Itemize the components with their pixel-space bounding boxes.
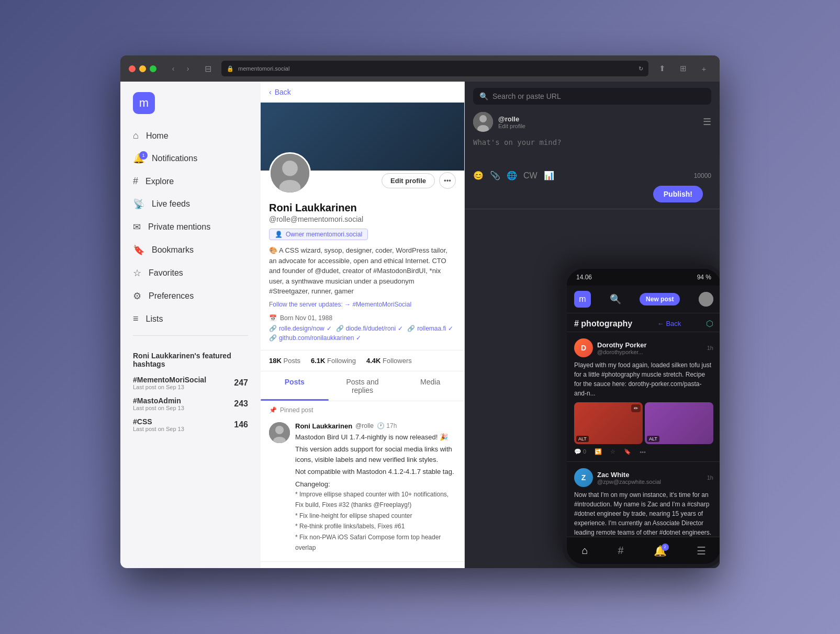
profile-link-2[interactable]: 🔗 diode.fi/dudet/roni ✓ — [336, 325, 403, 332]
more-action[interactable]: ••• — [640, 448, 646, 455]
mobile-nav-notifications[interactable]: 🔔 2 — [654, 545, 667, 557]
search-placeholder: Search or paste URL — [492, 92, 561, 100]
profile-link-1[interactable]: 🔗 rolle.design/now ✓ — [269, 325, 332, 332]
back-arrow-button[interactable]: ‹ — [167, 62, 180, 75]
post-body-2: Not compatible with Mastodon 4.1.2-4.1.7… — [295, 467, 456, 477]
pinned-label: 📌 Pinned post — [269, 406, 456, 414]
mobile-overlay: 14.06 94 % m 🔍 New post — [563, 265, 720, 568]
right-panel: 🔍 Search or paste URL @rolle — [465, 82, 720, 568]
mobile-bottom-nav: ⌂ # 🔔 2 ☰ — [567, 537, 720, 564]
preferences-icon: ⚙ — [133, 290, 141, 302]
sidebar-item-bookmarks-label: Bookmarks — [152, 245, 194, 255]
new-tab-button[interactable]: + — [697, 61, 711, 76]
hashtag-name-2: #MastoAdmin — [133, 397, 184, 405]
sidebar-item-private-mentions-label: Private mentions — [148, 222, 210, 232]
sidebar-item-notifications-label: Notifications — [152, 154, 197, 163]
sidebar-item-favorites-label: Favorites — [149, 268, 183, 278]
sidebar-item-home[interactable]: ⌂ Home — [120, 124, 261, 147]
mobile-nav-home[interactable]: ⌂ — [581, 545, 588, 557]
sidebar-item-private-mentions[interactable]: ✉ Private mentions — [120, 216, 261, 239]
sidebar-item-lists-label: Lists — [146, 314, 163, 324]
mobile-avatar-img-1: D — [574, 338, 593, 357]
post-time: 🕐 17h — [377, 422, 397, 429]
url-bar[interactable]: 🔒 mementomori.social ↻ — [221, 61, 648, 76]
hashtag-item[interactable]: #CSS Last post on Sep 13 146 — [133, 417, 248, 432]
sidebar-item-live-feeds[interactable]: 📡 Live feeds — [120, 193, 261, 216]
compose-user-info: @rolle Edit profile — [498, 115, 698, 129]
char-count: 10000 — [694, 172, 711, 179]
boost-action[interactable]: 🔁 — [595, 448, 602, 455]
photo-edit-icon[interactable]: ✏ — [631, 404, 641, 412]
profile-actions: Edit profile ••• — [382, 172, 456, 189]
bookmark-action[interactable]: 🔖 — [624, 448, 631, 455]
attach-tool[interactable]: 📎 — [490, 171, 500, 180]
tab-media[interactable]: Media — [396, 371, 464, 401]
post-author-handle: @rolle — [355, 422, 374, 429]
changelog-item-2: * Fix line-height for ellipse shaped cou… — [295, 511, 456, 521]
sidebar-item-lists[interactable]: ≡ Lists — [120, 308, 261, 330]
tab-posts[interactable]: Posts — [261, 371, 329, 401]
hashtag-item[interactable]: #MastoAdmin Last post on Sep 13 243 — [133, 397, 248, 411]
browser-titlebar: ‹ › ⊟ 🔒 mementomori.social ↻ ⬆ ⊞ + — [120, 55, 720, 82]
reload-icon[interactable]: ↻ — [639, 65, 643, 72]
reply-action[interactable]: 💬 0 — [574, 448, 586, 455]
globe-tool[interactable]: 🌐 — [507, 171, 517, 180]
favorite-action[interactable]: ☆ — [610, 448, 615, 455]
mobile-back-button[interactable]: ← Back — [657, 320, 681, 327]
badge-text: Owner mementomori.social — [286, 231, 362, 238]
profile-link-4[interactable]: 🔗 github.com/ronilaukkarinen ✓ — [269, 334, 361, 342]
explore-icon: # — [133, 176, 138, 187]
post-avatar — [269, 422, 290, 443]
stat-followers: 4.4K Followers — [366, 357, 412, 365]
publish-button[interactable]: Publish! — [653, 186, 703, 202]
mobile-feed-header-1: D Dorothy Porker @dorothyporker... 1h — [574, 338, 713, 357]
profile-link-3[interactable]: 🔗 rollemaa.fi ✓ — [407, 325, 453, 332]
forward-arrow-button[interactable]: › — [182, 62, 194, 75]
compose-menu-button[interactable]: ☰ — [703, 116, 711, 128]
search-bar[interactable]: 🔍 Search or paste URL — [473, 88, 711, 105]
maximize-button[interactable] — [150, 65, 156, 72]
sidebar-item-notifications[interactable]: 🔔 1 Notifications — [120, 147, 261, 170]
tab-posts-replies[interactable]: Posts and replies — [329, 371, 397, 401]
poll-tool[interactable]: 📊 — [544, 171, 554, 180]
profile-links: 🔗 rolle.design/now ✓ 🔗 diode.fi/dudet/ro… — [269, 325, 456, 332]
mobile-feed-avatar-2: Z — [574, 468, 593, 487]
mastodon-logo-icon: m — [133, 92, 155, 114]
sidebar-item-explore-label: Explore — [145, 177, 174, 186]
minimize-button[interactable] — [139, 65, 146, 72]
live-feeds-icon: 📡 — [133, 198, 144, 210]
sidebar-item-favorites[interactable]: ☆ Favorites — [120, 262, 261, 285]
tab-overview-button[interactable]: ⊞ — [676, 61, 690, 76]
sidebar-item-bookmarks[interactable]: 🔖 Bookmarks — [120, 239, 261, 262]
compose-input[interactable] — [473, 138, 711, 164]
mobile-search-icon[interactable]: 🔍 — [610, 293, 621, 305]
mobile-feed-item-2: Z Zac White @zpw@zacpwhite.social 1h Now… — [567, 462, 720, 537]
edit-profile-button[interactable]: Edit profile — [382, 173, 435, 188]
nav-arrows: ‹ › — [167, 62, 194, 75]
profile-meta: 📅 Born Nov 01, 1988 — [269, 314, 456, 322]
mobile-new-post-button[interactable]: New post — [640, 293, 680, 305]
mobile-post-actions-1: 💬 0 🔁 ☆ 🔖 ••• — [574, 448, 713, 455]
profile-avatar-wrap — [269, 152, 311, 194]
changelog-item-4: * Fix non-PWA iOS Safari Compose form to… — [295, 532, 456, 553]
share-button[interactable]: ⬆ — [655, 61, 669, 76]
emoji-tool[interactable]: 😊 — [473, 171, 484, 180]
cw-tool[interactable]: CW — [523, 171, 537, 180]
home-icon: ⌂ — [133, 130, 139, 141]
svg-point-7 — [479, 115, 487, 122]
mobile-time: 14.06 — [576, 274, 592, 281]
sidebar-item-live-feeds-label: Live feeds — [152, 199, 190, 209]
profile-more-button[interactable]: ••• — [439, 172, 456, 189]
back-button[interactable]: ‹ Back — [261, 82, 464, 103]
browser-window: ‹ › ⊟ 🔒 mementomori.social ↻ ⬆ ⊞ + m ⌂ H… — [120, 55, 720, 568]
hashtag-item[interactable]: #MementoMoriSocial Last post on Sep 13 2… — [133, 376, 248, 390]
hashtag-name-3: #CSS — [133, 417, 184, 426]
mobile-hashtag-settings-icon[interactable]: ⬡ — [706, 319, 713, 329]
mobile-nav-menu[interactable]: ☰ — [697, 545, 706, 557]
sidebar-item-explore[interactable]: # Explore — [120, 170, 261, 193]
close-button[interactable] — [129, 65, 136, 72]
sidebar-toggle-button[interactable]: ⊟ — [200, 63, 215, 74]
bookmarks-icon: 🔖 — [133, 244, 144, 256]
mobile-nav-explore[interactable]: # — [618, 545, 624, 557]
sidebar-item-preferences[interactable]: ⚙ Preferences — [120, 285, 261, 308]
